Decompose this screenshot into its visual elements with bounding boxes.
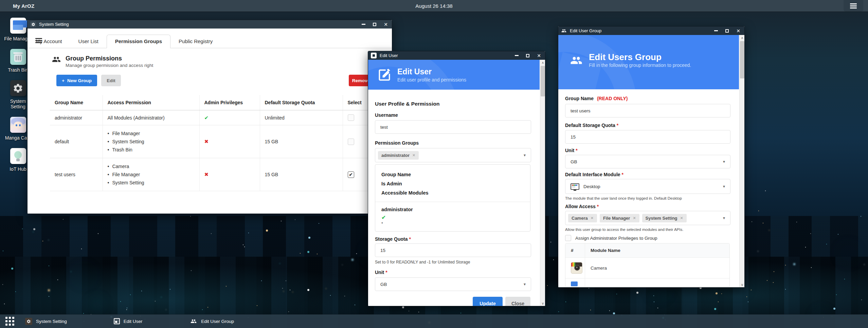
group-icon — [561, 28, 567, 34]
chevron-down-icon: ▾ — [723, 159, 725, 164]
group-name-field[interactable] — [565, 104, 730, 117]
readonly-note: (READ ONLY) — [597, 96, 628, 101]
table-row: test users Camera File Manager System Se… — [50, 158, 374, 191]
page-title: Group Permissions — [66, 55, 153, 62]
window-app-icon — [114, 318, 120, 324]
storage-quota-label: Storage Quota* — [375, 236, 411, 242]
scroll-up-icon[interactable]: ∧ — [540, 60, 545, 65]
minimize-button[interactable] — [515, 55, 519, 56]
menu-hamburger-icon[interactable] — [35, 37, 42, 44]
dialog-subtitle: Fill in the following group information … — [589, 62, 691, 68]
window-app-icon — [371, 53, 377, 58]
scroll-down-icon[interactable]: ∨ — [540, 300, 545, 306]
taskbar-item-edit-user[interactable]: Edit User — [110, 314, 146, 328]
edit-user-group-titlebar[interactable]: Edit User Group ✕ — [558, 26, 744, 35]
assign-admin-row: Assign Administrator Privileges to Group — [565, 235, 657, 241]
module-row-partial — [565, 278, 729, 286]
edit-user-titlebar[interactable]: Edit User ✕ — [368, 51, 545, 60]
system-setting-titlebar[interactable]: System Setting ✕ — [28, 20, 392, 29]
scroll-down-icon[interactable]: ∨ — [740, 282, 745, 287]
scrollbar-thumb[interactable] — [740, 41, 744, 78]
remove-tag-icon[interactable]: ✕ — [412, 153, 415, 158]
scroll-up-icon[interactable]: ∧ — [740, 35, 745, 40]
hamburger-icon — [850, 2, 857, 10]
manga-cafe-avatar-icon — [10, 117, 26, 133]
allow-access-multiselect[interactable]: Camera ✕ File Manager ✕ System Setting ✕… — [565, 211, 730, 225]
module-name-cell: Camera — [585, 261, 612, 275]
scrollbar[interactable]: ∧ ∨ — [739, 35, 744, 287]
desktop-monitor-icon — [571, 183, 579, 190]
minimize-button[interactable] — [362, 24, 365, 25]
settings-tab-bar: My Account User List Permission Groups P… — [28, 34, 392, 48]
update-button[interactable]: Update — [473, 297, 503, 306]
row-select-checkbox[interactable] — [348, 139, 354, 145]
window-title: Edit User Group — [570, 28, 601, 33]
gear-icon — [10, 80, 26, 96]
edit-user-group-header: Edit Users Group Fill in the following g… — [558, 35, 739, 89]
unit-select[interactable]: GB ▾ — [375, 277, 531, 291]
storage-quota-helper: Set to 0 for READONLY and -1 for Unlimit… — [375, 260, 470, 265]
window-title: System Setting — [39, 22, 69, 27]
tab-public-registry[interactable]: Public Registry — [170, 35, 221, 48]
check-icon: ✔ — [204, 115, 209, 121]
folder-icon — [10, 18, 26, 34]
assign-admin-checkbox[interactable] — [565, 235, 571, 241]
remove-tag-icon[interactable]: ✕ — [680, 216, 683, 220]
minimize-button[interactable] — [714, 30, 718, 31]
close-button[interactable]: ✕ — [537, 53, 541, 58]
tab-my-account[interactable]: My Account — [28, 35, 70, 48]
close-dialog-button[interactable]: Close — [505, 297, 530, 306]
remove-tag-icon[interactable]: ✕ — [633, 216, 636, 220]
maximize-button[interactable] — [526, 54, 529, 57]
maximize-button[interactable] — [725, 29, 729, 33]
taskbar-item-edit-user-group[interactable]: Edit User Group — [186, 314, 237, 328]
group-info-name: administrator — [381, 207, 524, 212]
group-name-cell: default — [50, 125, 103, 158]
row-select-checkbox[interactable]: ✔ — [348, 171, 354, 178]
topbar-menu-button[interactable] — [844, 0, 863, 12]
edit-group-button[interactable]: Edit — [101, 75, 121, 86]
unit-select[interactable]: GB ▾ — [565, 155, 730, 168]
default-interface-module-select[interactable]: Desktop ▾ — [565, 179, 730, 194]
scrollbar-thumb[interactable] — [541, 66, 545, 96]
gear-icon — [25, 318, 32, 325]
access-module-list: File Manager System Setting Trash Bin — [108, 129, 195, 154]
brand-label[interactable]: My ArOZ — [13, 3, 34, 9]
module-row: Camera — [565, 257, 729, 278]
selected-group-tag: administrator ✕ — [378, 151, 419, 160]
storage-quota-field[interactable] — [375, 243, 531, 257]
row-select-checkbox[interactable] — [348, 114, 354, 121]
new-group-button[interactable]: + New Group — [56, 75, 97, 86]
column-header: Access Permission — [103, 95, 199, 110]
scrollbar[interactable]: ∧ ∨ — [540, 60, 545, 306]
top-bar: My ArOZ August 26 14:38 — [0, 0, 868, 12]
edit-icon — [377, 68, 392, 83]
remove-tag-icon[interactable]: ✕ — [591, 216, 594, 220]
edit-user-group-window: Edit User Group ✕ ∧ ∨ Edit Users Group F… — [558, 26, 745, 288]
app-launcher-grid-icon[interactable] — [5, 317, 14, 326]
tab-permission-groups[interactable]: Permission Groups — [107, 35, 170, 48]
tab-user-list[interactable]: User List — [70, 35, 107, 48]
cross-icon: ✖ — [204, 171, 209, 177]
username-field[interactable] — [375, 120, 531, 134]
default-storage-quota-label: Default Storage Quota* — [565, 123, 618, 128]
close-button[interactable]: ✕ — [384, 22, 388, 27]
taskbar-item-label: Edit User Group — [201, 319, 234, 324]
close-button[interactable]: ✕ — [736, 28, 740, 34]
permission-groups-multiselect[interactable]: administrator ✕ ▾ — [375, 148, 531, 162]
taskbar: System Setting Edit User Edit User Group — [0, 314, 868, 328]
group-name-label: Group Name (READ ONLY) — [565, 96, 628, 101]
default-storage-quota-field[interactable] — [565, 130, 730, 144]
permission-groups-panel: Group Permissions Manage group permissio… — [28, 48, 392, 214]
system-setting-body: My Account User List Permission Groups P… — [28, 29, 392, 214]
maximize-button[interactable] — [373, 23, 376, 26]
taskbar-item-system-setting[interactable]: System Setting — [22, 314, 70, 328]
group-name-cell: administrator — [50, 110, 103, 125]
camera-icon — [571, 262, 582, 274]
quota-cell: 15 GB — [260, 158, 343, 191]
group-icon — [569, 54, 583, 67]
page-subtitle: Manage group permission and access right — [66, 63, 153, 68]
window-title: Edit User — [380, 53, 398, 58]
edit-user-header: Edit User Edit user profile and permissi… — [368, 60, 540, 90]
edit-user-window: Edit User ✕ ∧ ∨ Edit User Edit user prof… — [368, 51, 545, 306]
